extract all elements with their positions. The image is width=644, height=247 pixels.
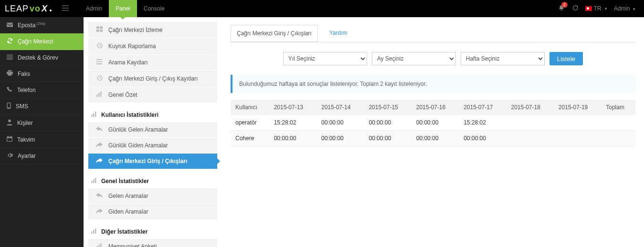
stats-icon	[96, 92, 103, 98]
svg-rect-5	[11, 136, 11, 137]
forward-icon	[96, 158, 103, 165]
flag-icon	[585, 6, 592, 11]
sub-item-label: Günlük Gelen Aramalar	[108, 126, 168, 133]
page-tabs: Çağrı Merkezi Giriş / Çıkışları Yardım	[231, 25, 635, 42]
refresh-icon	[7, 38, 13, 45]
history-icon	[96, 75, 103, 82]
table-header: 2015-07-13	[269, 100, 317, 115]
list-button[interactable]: Listele	[549, 52, 583, 65]
sub-sidebar: Çağrı Merkezi İzlemeKuyruk RaporlamaAram…	[84, 17, 222, 247]
sidebar-item-ki-iler[interactable]: Kişiler	[0, 115, 84, 132]
user-label: Admin	[614, 5, 630, 12]
print-icon	[7, 70, 13, 77]
logo: LEAPvoX	[5, 4, 52, 14]
sub-item--a-r-merkezi-giri-k-lar-[interactable]: Çağrı Merkezi Giriş / Çıkışları	[88, 154, 217, 169]
nav-console[interactable]: Console	[137, 0, 171, 17]
sidebar-item-faks[interactable]: Faks	[0, 66, 84, 82]
stats-icon	[91, 178, 97, 185]
sub-item-gelen-aramalar[interactable]: Gelen Aramalar	[88, 188, 217, 204]
svg-rect-23	[93, 230, 94, 234]
svg-rect-19	[91, 181, 92, 183]
table-cell: 00:00:00	[364, 115, 411, 131]
sidebar-item-ayarlar[interactable]: Ayarlar	[0, 148, 84, 165]
menu-toggle-icon[interactable]	[62, 5, 69, 12]
mobile-icon	[7, 103, 11, 110]
table-cell	[554, 115, 601, 131]
reply-icon	[96, 193, 103, 199]
sub-item-label: Gelen Aramalar	[108, 193, 148, 199]
sub-item-arama-kay-tlar-[interactable]: Arama Kayıtları	[88, 55, 217, 71]
chevron-down-icon: ▾	[605, 6, 607, 11]
table-header: 2015-07-14	[317, 100, 364, 115]
notifications-button[interactable]: 2	[558, 5, 565, 13]
svg-rect-16	[91, 114, 92, 117]
year-select[interactable]: Yıl Seçiniz	[283, 52, 367, 65]
sub-item-genel-zet[interactable]: Genel Özet	[88, 87, 217, 103]
sub-item-g-nl-k-gelen-aramalar[interactable]: Günlük Gelen Aramalar	[88, 122, 217, 138]
sidebar-item-label: Eposta(Zita)	[18, 21, 45, 29]
bars-icon	[96, 59, 103, 66]
gear-icon	[7, 152, 13, 160]
reply-icon	[96, 126, 103, 133]
sidebar-item-label: Çağrı Merkezi	[18, 38, 53, 45]
svg-rect-6	[7, 138, 12, 141]
svg-rect-7	[96, 26, 99, 29]
sub-item-g-nl-k-giden-aramalar[interactable]: Günlük Giden Aramalar	[88, 138, 217, 154]
sidebar-item-label: Kişiler	[17, 120, 33, 126]
sidebar-item-label: Telefon	[17, 87, 36, 93]
chat-icon[interactable]	[571, 5, 579, 13]
svg-rect-21	[95, 178, 96, 183]
table-cell: 00:00:00	[412, 131, 459, 146]
table-header: 2015-07-17	[459, 100, 506, 115]
tab-cc-login-logout[interactable]: Çağrı Merkezi Giriş / Çıkışları	[231, 25, 318, 42]
sidebar-item-label: Takvim	[17, 136, 35, 143]
sidebar-item-takvim[interactable]: Takvim	[0, 132, 84, 148]
sub-item--a-r-merkezi-i-zleme[interactable]: Çağrı Merkezi İzleme	[88, 22, 217, 38]
table-cell: Cohere	[231, 131, 269, 146]
chevron-down-icon: ▾	[633, 7, 635, 11]
history-icon	[96, 42, 103, 50]
table-cell: 15:28:02	[459, 115, 506, 131]
group-title: Genel İstatistikler	[84, 169, 222, 188]
week-select[interactable]: Hafta Seçiniz	[461, 52, 545, 65]
nav-panel[interactable]: Panel	[109, 0, 137, 17]
language-selector[interactable]: TR ▾	[585, 5, 607, 12]
topbar: LEAPvoX Admin Panel Console 2 TR ▾ Admin…	[0, 0, 644, 17]
user-icon	[7, 119, 12, 127]
sidebar-item-telefon[interactable]: Telefon	[0, 82, 84, 98]
month-select[interactable]: Ay Seçiniz	[372, 52, 456, 65]
svg-rect-4	[8, 136, 9, 137]
tab-help[interactable]: Yardım	[327, 25, 349, 42]
sidebar-item-eposta[interactable]: Eposta(Zita)	[0, 17, 84, 33]
user-menu[interactable]: Admin ▾	[614, 5, 635, 12]
sidebar-item--a-r-merkezi[interactable]: Çağrı Merkezi	[0, 33, 84, 50]
nav-admin[interactable]: Admin	[79, 0, 109, 17]
svg-rect-24	[95, 228, 96, 234]
table-cell	[601, 131, 635, 146]
sub-item-giden-aramalar[interactable]: Giden Aramalar	[88, 204, 217, 220]
sub-item-kuyruk-raporlama[interactable]: Kuyruk Raporlama	[88, 38, 217, 55]
sub-item-memnuniyet-anketi[interactable]: Memnuniyet Anketi	[88, 239, 217, 247]
group-title: Diğer İstatistikler	[84, 220, 222, 239]
sub-item-label: Çağrı Merkezi Giriş / Çıkış Kayıtları	[108, 75, 198, 82]
sub-item-label: Kuyruk Raporlama	[108, 43, 156, 50]
filter-row: Yıl Seçiniz Ay Seçiniz Hafta Seçiniz Lis…	[231, 52, 635, 65]
svg-rect-17	[93, 113, 94, 117]
svg-rect-1	[8, 103, 10, 107]
topbar-right: 2 TR ▾ Admin ▾	[558, 5, 644, 13]
sub-item-label: Genel Özet	[108, 92, 137, 98]
svg-rect-15	[100, 92, 101, 97]
sub-item--a-r-merkezi-giri-k-kay-tlar-[interactable]: Çağrı Merkezi Giriş / Çıkış Kayıtları	[88, 71, 217, 87]
sub-item-label: Arama Kayıtları	[108, 59, 148, 66]
svg-rect-18	[95, 112, 96, 117]
sidebar-item-destek-g-rev[interactable]: Destek & Görev	[0, 50, 84, 66]
sidebar-item-label: Faks	[18, 71, 30, 77]
table-header: 2015-07-19	[554, 100, 601, 115]
table-cell: 00:00:00	[459, 131, 506, 146]
svg-rect-8	[100, 26, 103, 29]
table-header: 2015-07-18	[507, 100, 554, 115]
svg-rect-22	[91, 231, 92, 234]
list-icon	[7, 54, 13, 61]
sidebar-item-sms[interactable]: SMS	[0, 98, 84, 115]
table-cell	[554, 131, 601, 146]
